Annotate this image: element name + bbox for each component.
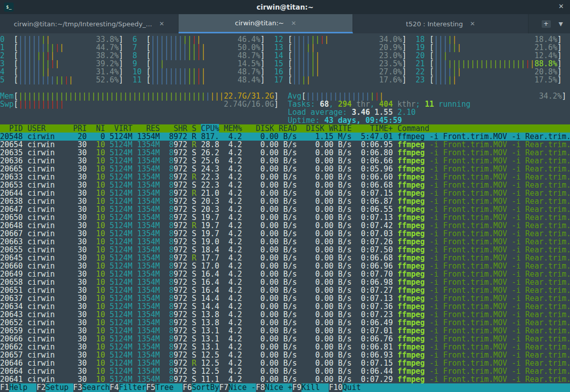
tab-t520[interactable]: t520 : Interesting ✕ <box>353 14 529 33</box>
cpu-meter-row: 3 [||||||||| 39.2%] 9 [||| 14.5%] 15 [||… <box>0 60 570 68</box>
process-row-20655[interactable]: 20655 cirwin 30 10 5124M 1354M 8972 S 18… <box>0 246 570 254</box>
text: |||||||| <box>18 75 55 84</box>
cpu-meter-5-value: 52.6% <box>96 75 119 84</box>
text: ] <box>119 75 123 84</box>
swap-tasks-row: Swp[|||||||||| 2.74G/16.0G] Tasks: 68, 2… <box>0 100 570 108</box>
text: || <box>292 75 301 84</box>
text: |||||||| <box>151 75 187 84</box>
text: | <box>448 75 452 84</box>
tab-cirwin-titan[interactable]: cirwin@titan:~ ✕ <box>179 14 353 33</box>
cpu-meter-row: 2 [|||||||| 38.2%] 8 [|||||||||||| 48.7%… <box>0 52 570 60</box>
process-row-20644[interactable]: 20644 cirwin 30 10 5124M 1354M 8972 R 21… <box>0 189 570 197</box>
process-row-20657[interactable]: 20657 cirwin 30 10 5124M 1354M 8972 S 12… <box>0 351 570 359</box>
tab-close-icon[interactable]: ✕ <box>291 20 296 27</box>
process-row-20659[interactable]: 20659 cirwin 30 10 5124M 1354M 8972 S 13… <box>0 327 570 335</box>
cpu-meter-row: 1 [|||||||||| 44.7%] 7 [|||||||||||| 50.… <box>0 43 570 52</box>
cpu-meter-row: 0 [||||||| 33.8%] 6 [||||||||||| 46.4%] … <box>0 35 570 43</box>
process-row-20643[interactable]: 20643 cirwin 30 10 5124M 1354M 8972 S 13… <box>0 311 570 319</box>
text: ; <box>416 100 425 109</box>
text: [ <box>429 75 434 84</box>
tab-label: t520 : Interesting <box>406 20 463 28</box>
memory-avg-row: Mem[||||||||||||||||||||||||||||||||||||… <box>0 92 570 100</box>
process-row-20641[interactable]: 20641 cirwin 30 10 5124M 1354M 8972 S 11… <box>0 375 570 383</box>
tab-menu-dropdown-icon[interactable]: ▼ <box>559 21 563 27</box>
process-row-20663[interactable]: 20663 cirwin 30 10 5124M 1354M 8972 S 19… <box>0 238 570 246</box>
window-close-icon[interactable]: ✕ <box>558 3 564 10</box>
text <box>457 75 535 84</box>
process-row-20636[interactable]: 20636 cirwin 30 10 5124M 1354M 8972 S 25… <box>0 157 570 165</box>
process-row-20634[interactable]: 20634 cirwin 30 10 5124M 1354M 8972 S 14… <box>0 302 570 311</box>
text: ] <box>402 75 407 84</box>
fkey-F1-action[interactable]: Help <box>9 383 36 392</box>
text <box>205 75 237 84</box>
load-average-row: Load average: 3.46 1.55 2.10 <box>0 108 570 116</box>
tab-bar: cirwin@titan:~/tmp/Interesting/Speedy_..… <box>0 14 570 33</box>
process-table-header: PID USER PRI NI VIRT RES SHR S CPU% MEM%… <box>0 124 570 133</box>
fkey-F2-action[interactable]: Setup <box>46 383 73 392</box>
process-row-20652[interactable]: 20652 cirwin 30 10 5124M 1354M 8972 S 13… <box>0 319 570 327</box>
fkey-F8-action[interactable]: Nice + <box>265 383 292 392</box>
tab-close-icon[interactable]: ✕ <box>470 20 475 27</box>
htop-terminal[interactable]: 0 [||||||| 33.8%] 6 [||||||||||| 46.4%] … <box>0 33 570 392</box>
cpu-id: 23 <box>416 75 429 84</box>
cpu-meter-23-value: 17.5% <box>535 75 557 84</box>
process-row-20646[interactable]: 20646 cirwin 30 10 5124M 1354M 8972 R 12… <box>0 359 570 367</box>
process-row-20651[interactable]: 20651 cirwin 30 10 5124M 1354M 8972 S 16… <box>0 286 570 294</box>
fkey-F6-action[interactable]: SortBy <box>192 383 219 392</box>
process-row-20638[interactable]: 20638 cirwin 30 10 5124M 1354M 8972 S 20… <box>0 197 570 205</box>
fkey-F7-label: F7 <box>220 383 229 392</box>
process-row-20635[interactable]: 20635 cirwin 30 10 5124M 1354M 8972 S 26… <box>0 149 570 157</box>
text <box>73 75 96 84</box>
text: ] <box>562 92 566 101</box>
text: | <box>68 75 73 84</box>
process-row-20650[interactable]: 20650 cirwin 30 10 5124M 1354M 8972 S 19… <box>0 213 570 222</box>
text: || <box>187 75 196 84</box>
text <box>407 75 416 84</box>
process-row-20664[interactable]: 20664 cirwin 30 10 5124M 1354M 8972 S 12… <box>0 367 570 375</box>
cpu-meter-11-value: 48.4% <box>238 75 260 84</box>
tab-close-icon[interactable]: ✕ <box>159 20 164 27</box>
process-row-20665[interactable]: 20665 cirwin 30 10 5124M 1354M 8972 S 24… <box>0 165 570 173</box>
process-row-20548[interactable]: 20548 cirwin 20 0 5124M 1354M 8972 R 817… <box>0 133 570 141</box>
text: ] <box>260 75 265 84</box>
fkey-F5-action[interactable]: Tree <box>155 383 183 392</box>
text: || <box>55 75 64 84</box>
process-row-20660[interactable]: 20660 cirwin 30 10 5124M 1354M 8972 S 17… <box>0 262 570 270</box>
process-row-20649[interactable]: 20649 cirwin 30 10 5124M 1354M 8972 S 16… <box>0 270 570 278</box>
new-tab-icon[interactable]: + <box>542 20 551 28</box>
process-row-20653[interactable]: 20653 cirwin 30 10 5124M 1354M 8972 S 22… <box>0 181 570 189</box>
process-row-20648[interactable]: 20648 cirwin 30 10 5124M 1354M 8972 R 19… <box>0 222 570 230</box>
window-titlebar: $_ cirwin@titan:~ ✕ <box>0 0 570 14</box>
fkey-F7-action[interactable]: Nice - <box>229 383 256 392</box>
fkey-F4-action[interactable]: Filter <box>119 383 146 392</box>
process-row-20666[interactable]: 20666 cirwin 30 10 5124M 1354M 8972 S 13… <box>0 335 570 343</box>
process-row-20658[interactable]: 20658 cirwin 30 10 5124M 1354M 8972 S 16… <box>0 278 570 286</box>
tab-speedy[interactable]: cirwin@titan:~/tmp/Interesting/Speedy_..… <box>0 14 179 33</box>
text: ||| <box>434 75 448 84</box>
fkey-F5-label: F5 <box>146 383 155 392</box>
fkey-F3-label: F3 <box>73 383 82 392</box>
cpu-meter-row: 4 [||||||| 31.4%] 10 [|||||||||||| 48.7%… <box>0 68 570 76</box>
text: | <box>452 75 457 84</box>
text: [ <box>14 75 18 84</box>
fkey-F10-label: F10 <box>329 383 342 392</box>
process-row-20667[interactable]: 20667 cirwin 30 10 5124M 1354M 8972 S 19… <box>0 230 570 238</box>
process-row-20647[interactable]: 20647 cirwin 30 10 5124M 1354M 8972 S 20… <box>0 205 570 213</box>
process-row-20645[interactable]: 20645 cirwin 30 10 5124M 1354M 8972 R 17… <box>0 254 570 262</box>
text <box>123 75 133 84</box>
text: [ <box>288 75 292 84</box>
process-row-20633[interactable]: 20633 cirwin 30 10 5124M 1354M 8972 R 22… <box>0 173 570 181</box>
process-row-20654[interactable]: 20654 cirwin 30 10 5124M 1354M 8972 R 28… <box>0 141 570 149</box>
terminal-app-icon: $_ <box>4 3 14 12</box>
window-title: cirwin@titan:~ <box>0 3 570 11</box>
process-row-20637[interactable]: 20637 cirwin 30 10 5124M 1354M 8972 S 14… <box>0 294 570 302</box>
text: | <box>306 75 311 84</box>
fkey-F2-label: F2 <box>36 383 46 392</box>
fkey-F9-action[interactable]: Kill <box>301 383 329 392</box>
fkey-F3-action[interactable]: Search <box>82 383 110 392</box>
cpu-id: 17 <box>274 75 288 84</box>
fkey-F10-action[interactable]: Quit <box>342 383 570 392</box>
text: | <box>301 75 306 84</box>
tasks-running-count: 11 <box>425 100 434 109</box>
process-row-20662[interactable]: 20662 cirwin 30 10 5124M 1354M 8972 S 13… <box>0 343 570 351</box>
